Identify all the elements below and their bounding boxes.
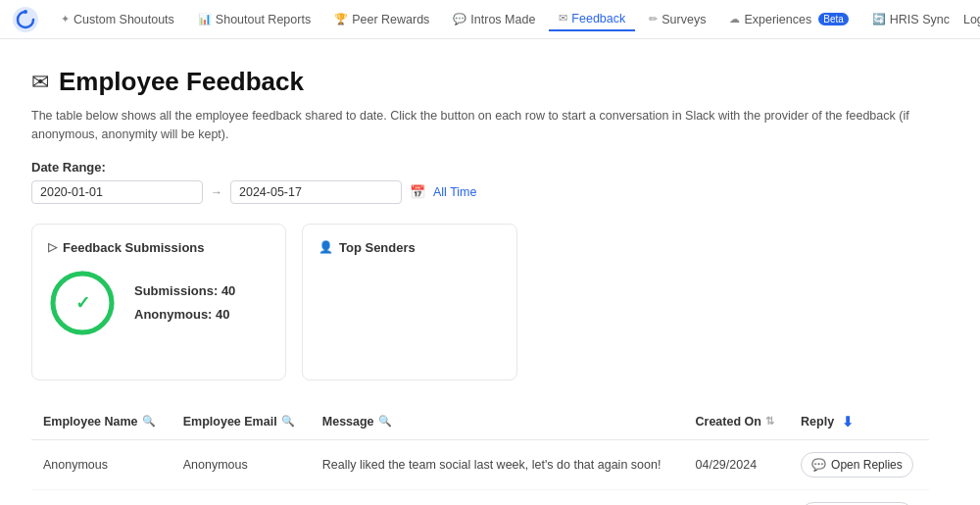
col-reply: Reply ⬇ (789, 404, 929, 440)
beta-badge: Beta (818, 13, 849, 25)
chat-icon: 💬 (811, 458, 826, 472)
shoutout-reports-icon: 📊 (198, 13, 212, 25)
anonymous-value: 40 (216, 307, 229, 322)
page-title-row: ✉ Employee Feedback (31, 67, 929, 97)
cell-name-1: Anonymous (31, 489, 172, 505)
feedback-card-header: ▷ Feedback Submissions (48, 240, 270, 255)
col-message: Message 🔍 (311, 404, 684, 440)
nav-experiences[interactable]: ☁ Experiences Beta (719, 9, 858, 30)
cell-created-0: 04/29/2024 (684, 439, 790, 489)
custom-shoutouts-icon: ✦ (61, 13, 70, 25)
date-from-input[interactable] (31, 180, 203, 204)
surveys-icon: ✏ (649, 13, 658, 25)
open-replies-button[interactable]: 💬 Open Replies (801, 452, 913, 478)
col-created-on: Created On ⇅ (684, 404, 790, 440)
hris-sync-icon: 🔄 (872, 13, 886, 25)
anonymous-stat: Anonymous: 40 (134, 303, 235, 326)
col-employee-name: Employee Name 🔍 (31, 404, 172, 440)
anonymous-label: Anonymous: (134, 307, 212, 322)
top-senders-title: Top Senders (339, 240, 416, 255)
download-icon[interactable]: ⬇ (842, 414, 854, 429)
table-row: Anonymous Anonymous Really liked the tea… (31, 439, 929, 489)
message-filter-icon[interactable]: 🔍 (378, 415, 392, 428)
nav-surveys[interactable]: ✏ Surveys (639, 9, 715, 30)
submissions-card-icon: ▷ (48, 240, 57, 254)
submissions-value: 40 (221, 283, 235, 298)
cell-name-0: Anonymous (31, 439, 172, 489)
cell-email-1: Anonymous (172, 489, 311, 505)
cell-message-0: Really liked the team social last week, … (311, 439, 684, 489)
created-sort-icon[interactable]: ⇅ (765, 415, 774, 428)
cell-email-0: Anonymous (172, 439, 311, 489)
top-senders-card-header: 👤 Top Senders (318, 240, 501, 255)
main-content: ✉ Employee Feedback The table below show… (0, 39, 960, 505)
cell-message-1: Really liked the benefits changes this y… (311, 489, 684, 505)
navigation: ✦ Custom Shoutouts 📊 Shoutout Reports 🏆 … (0, 0, 980, 39)
svg-point-1 (24, 10, 27, 14)
col-employee-email: Employee Email 🔍 (172, 404, 311, 440)
cards-row: ▷ Feedback Submissions ✓ Submissions: 40 (31, 224, 929, 380)
intros-made-icon: 💬 (453, 13, 466, 25)
nav-hris-sync[interactable]: 🔄 HRIS Sync (862, 9, 959, 30)
cell-reply-1: 💬 Open Replies (789, 489, 929, 505)
submissions-stat: Submissions: 40 (134, 279, 235, 302)
app-logo[interactable] (12, 6, 39, 33)
peer-rewards-icon: 🏆 (334, 13, 348, 25)
open-replies-button[interactable]: 💬 Open Replies (801, 502, 913, 506)
calendar-icon[interactable]: 📅 (410, 184, 425, 199)
submissions-card-title: Feedback Submissions (63, 240, 205, 255)
circle-check-icon: ✓ (75, 292, 90, 314)
feedback-table: Employee Name 🔍 Employee Email 🔍 Message (31, 404, 929, 506)
experiences-icon: ☁ (729, 13, 740, 25)
page-description: The table below shows all the employee f… (31, 107, 929, 144)
nav-custom-shoutouts[interactable]: ✦ Custom Shoutouts (51, 9, 184, 30)
table-row: Anonymous Anonymous Really liked the ben… (31, 489, 929, 505)
card-stats: Submissions: 40 Anonymous: 40 (134, 279, 235, 326)
submissions-label: Submissions: (134, 283, 218, 298)
date-to-input[interactable] (230, 180, 402, 204)
name-filter-icon[interactable]: 🔍 (142, 415, 156, 428)
nav-feedback[interactable]: ✉ Feedback (549, 8, 635, 31)
nav-shoutout-reports[interactable]: 📊 Shoutout Reports (188, 9, 320, 30)
date-range-label: Date Range: (31, 160, 929, 175)
table-header-row: Employee Name 🔍 Employee Email 🔍 Message (31, 404, 929, 440)
nav-peer-rewards[interactable]: 🏆 Peer Rewards (324, 9, 439, 30)
logout-button[interactable]: Logout (963, 13, 980, 26)
cell-reply-0: 💬 Open Replies (789, 439, 929, 489)
all-time-link[interactable]: All Time (433, 185, 476, 199)
feedback-table-wrapper: Employee Name 🔍 Employee Email 🔍 Message (31, 404, 929, 506)
top-senders-card: 👤 Top Senders (302, 224, 517, 380)
top-senders-icon: 👤 (318, 240, 333, 254)
page-title-icon: ✉ (31, 70, 49, 95)
date-range-row: → 📅 All Time (31, 180, 929, 204)
date-arrow-icon: → (211, 185, 222, 199)
nav-intros-made[interactable]: 💬 Intros Made (443, 9, 545, 30)
cell-created-1: 04/15/2024 (684, 489, 790, 505)
feedback-submissions-card: ▷ Feedback Submissions ✓ Submissions: 40 (31, 224, 286, 380)
progress-circle: ✓ (48, 269, 117, 337)
page-title: Employee Feedback (59, 67, 304, 97)
email-filter-icon[interactable]: 🔍 (281, 415, 295, 428)
feedback-icon: ✉ (559, 12, 567, 25)
feedback-card-body: ✓ Submissions: 40 Anonymous: 40 (48, 269, 270, 337)
